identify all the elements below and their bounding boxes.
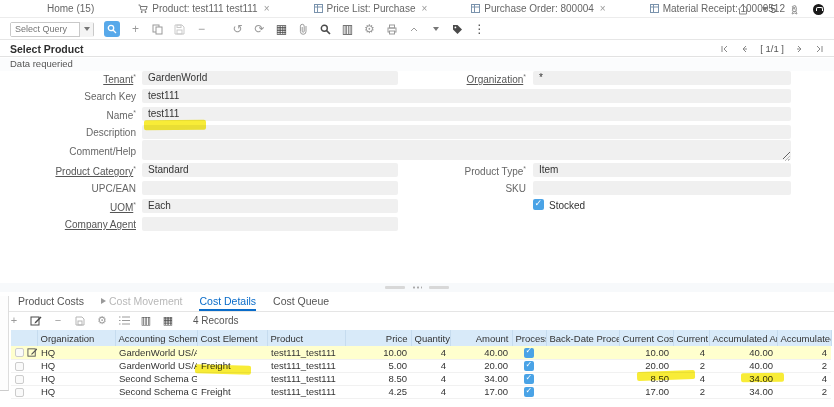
delete-record-icon[interactable]: − — [194, 22, 209, 37]
collapsed-side-panel[interactable] — [0, 296, 9, 391]
grid-col-current_cost_price[interactable]: Current Cost Price — [619, 330, 673, 346]
processed-checkbox[interactable] — [524, 361, 534, 371]
tab-product-costs-detail[interactable]: Product Costs — [18, 295, 84, 311]
grid-col-product[interactable]: Product — [267, 330, 345, 346]
grid-col-accounting_schema[interactable]: Accounting Schema — [115, 330, 197, 346]
product-type-field[interactable]: Item — [533, 163, 791, 177]
cell-quantity: 4 — [411, 372, 450, 385]
close-tab-icon[interactable]: × — [600, 3, 606, 14]
grid-col-quantity[interactable]: Quantity — [411, 330, 450, 346]
select-query-input[interactable] — [11, 23, 79, 36]
record-navigation: [ 1/1 ] — [720, 43, 824, 54]
cell-backdate — [546, 346, 619, 359]
detail-process-gear-icon[interactable]: ⚙ — [95, 314, 109, 328]
label-tag-icon[interactable] — [450, 22, 465, 37]
row-checkbox[interactable] — [15, 388, 24, 397]
chevron-down-small-icon[interactable] — [428, 22, 443, 37]
detail-save-icon[interactable] — [73, 314, 87, 328]
save-record-icon[interactable] — [172, 22, 187, 37]
row-checkbox[interactable] — [15, 375, 24, 384]
copy-record-icon[interactable] — [150, 22, 165, 37]
grid-col-price[interactable]: Price — [345, 330, 411, 346]
tab-cost-movement[interactable]: Cost Movement — [101, 295, 183, 311]
processed-checkbox[interactable] — [524, 387, 534, 397]
table-row[interactable]: HQGardenWorld US/A/US D...Freighttest111… — [11, 359, 831, 372]
tab-home[interactable]: Home (15) — [47, 0, 94, 18]
cell-current_quantity: 2 — [673, 359, 709, 372]
detail-list-icon[interactable] — [117, 314, 131, 328]
previous-record-icon[interactable] — [740, 45, 748, 53]
product-category-field[interactable]: Standard — [142, 163, 398, 177]
tenant-field[interactable]: GardenWorld — [142, 71, 398, 85]
rocket-icon[interactable] — [789, 4, 800, 15]
cell-quantity: 4 — [411, 346, 450, 359]
detail-panel-layout-icon[interactable]: ▥ — [139, 314, 153, 328]
print-icon[interactable] — [384, 22, 399, 37]
report-icon[interactable]: ▥ — [340, 22, 355, 37]
edit-record-icon[interactable] — [27, 347, 37, 358]
attachment-icon[interactable] — [296, 22, 311, 37]
organization-field[interactable]: * — [533, 71, 791, 85]
processed-checkbox[interactable] — [524, 348, 534, 358]
upc-ean-field[interactable] — [142, 181, 398, 195]
close-tab-icon[interactable]: × — [421, 3, 427, 14]
last-record-icon[interactable] — [816, 45, 824, 53]
chevron-down-icon — [84, 27, 90, 31]
cell-cost_element — [197, 346, 267, 359]
uom-field[interactable]: Each — [142, 199, 398, 213]
tab-product[interactable]: Product: test111 test111 × — [138, 0, 269, 18]
combo-dropdown-button[interactable] — [79, 22, 93, 37]
comment-help-field[interactable] — [142, 140, 791, 160]
textarea-resize-grip[interactable] — [784, 155, 790, 161]
grid-col-accumulated_amt[interactable]: Accumulated Amt — [709, 330, 777, 346]
detail-edit-icon[interactable] — [29, 314, 43, 328]
tab-cost-queue[interactable]: Cost Queue — [273, 295, 329, 311]
company-agent-field[interactable] — [142, 217, 398, 231]
grid-col-backdate[interactable]: Back-Date Processed On — [546, 330, 619, 346]
zoom-across-icon[interactable] — [318, 22, 333, 37]
detail-grid-layout-icon[interactable]: ▦ — [161, 314, 175, 328]
table-row[interactable]: HQSecond Schema Garden...Freighttest111_… — [11, 385, 831, 398]
next-record-icon[interactable] — [796, 45, 804, 53]
detail-grid-container: OrganizationAccounting SchemaCost Elemen… — [11, 330, 831, 399]
process-gear-icon[interactable]: ⚙ — [362, 22, 377, 37]
overflow-menu-icon[interactable]: ⋮ — [472, 22, 487, 37]
grid-col-rowsel[interactable] — [11, 330, 37, 346]
tab-cost-details[interactable]: Cost Details — [199, 295, 256, 311]
tab-purchase-order[interactable]: Purchase Order: 800004 × — [471, 0, 605, 18]
new-record-icon[interactable]: + — [128, 22, 143, 37]
home-icon[interactable] — [737, 4, 749, 15]
tab-price-list[interactable]: Price List: Purchase × — [314, 0, 428, 18]
cell-product: test111_test111 — [267, 385, 345, 398]
horizontal-splitter[interactable] — [0, 283, 834, 292]
sku-field[interactable] — [533, 181, 791, 195]
description-field[interactable] — [142, 125, 791, 139]
grid-col-accumulated_qty[interactable]: Accumulated Qty — [777, 330, 831, 346]
grid-col-cost_element[interactable]: Cost Element — [197, 330, 267, 346]
grid-col-organization[interactable]: Organization — [37, 330, 115, 346]
close-tab-icon[interactable]: × — [264, 3, 270, 14]
refresh-icon[interactable]: ⟳ — [252, 22, 267, 37]
window-count-dropdown[interactable]: 5 — [762, 4, 776, 15]
grid-col-amount[interactable]: Amount — [450, 330, 512, 346]
find-record-button[interactable] — [104, 21, 120, 37]
cell-accounting_schema: GardenWorld US/A/US D... — [115, 359, 197, 372]
table-row[interactable]: HQSecond Schema Garden...test111_test111… — [11, 372, 831, 385]
detail-new-icon[interactable]: + — [7, 314, 21, 328]
row-checkbox[interactable] — [15, 348, 24, 357]
user-avatar[interactable] — [813, 4, 824, 15]
search-key-field[interactable]: test111 — [142, 89, 791, 103]
processed-checkbox[interactable] — [524, 374, 534, 384]
table-row[interactable]: HQGardenWorld US/A/US D...test111_test11… — [11, 346, 831, 359]
row-checkbox[interactable] — [15, 362, 24, 371]
grid-toggle-icon[interactable]: ▦ — [274, 22, 289, 37]
first-record-icon[interactable] — [720, 45, 728, 53]
grid-col-processed[interactable]: Processed — [512, 330, 546, 346]
tab-label: Home (15) — [47, 3, 94, 14]
stocked-checkbox[interactable] — [533, 199, 544, 210]
undo-icon[interactable]: ↺ — [230, 22, 245, 37]
grid-col-current_quantity[interactable]: Current Quantity — [673, 330, 709, 346]
name-field[interactable]: test111 — [142, 107, 791, 121]
chevron-up-small-icon[interactable] — [406, 22, 421, 37]
detail-delete-icon[interactable]: − — [51, 314, 65, 328]
